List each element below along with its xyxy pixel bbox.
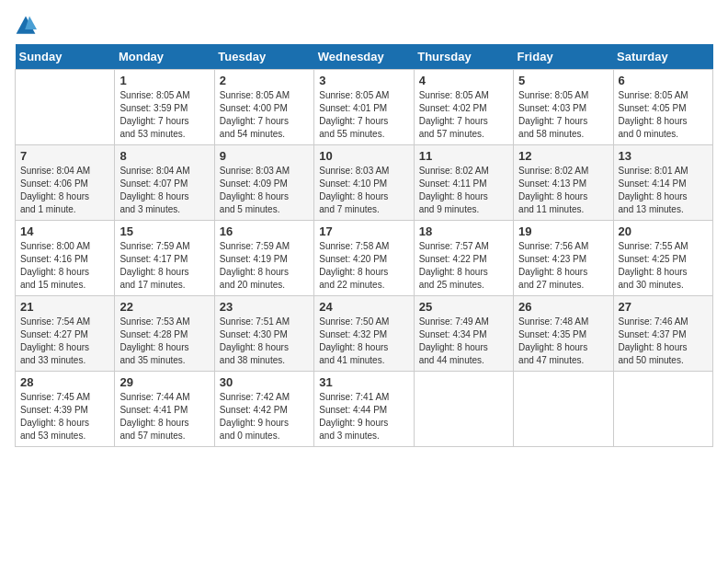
day-number: 27 — [619, 300, 708, 314]
week-row-1: 1Sunrise: 8:05 AM Sunset: 3:59 PM Daylig… — [16, 70, 713, 145]
day-cell: 5Sunrise: 8:05 AM Sunset: 4:03 PM Daylig… — [514, 70, 613, 145]
day-info: Sunrise: 7:53 AM Sunset: 4:28 PM Dayligh… — [119, 316, 209, 367]
day-number: 24 — [319, 300, 408, 314]
day-info: Sunrise: 7:54 AM Sunset: 4:27 PM Dayligh… — [20, 316, 109, 367]
day-cell: 4Sunrise: 8:05 AM Sunset: 4:02 PM Daylig… — [414, 70, 513, 145]
day-cell — [514, 372, 613, 447]
day-info: Sunrise: 8:05 AM Sunset: 4:01 PM Dayligh… — [319, 89, 408, 141]
day-number: 2 — [220, 74, 309, 87]
week-row-3: 14Sunrise: 8:00 AM Sunset: 4:16 PM Dayli… — [16, 221, 713, 296]
day-cell: 18Sunrise: 7:57 AM Sunset: 4:22 PM Dayli… — [414, 221, 513, 296]
day-cell: 23Sunrise: 7:51 AM Sunset: 4:30 PM Dayli… — [214, 296, 313, 372]
day-number: 26 — [518, 300, 608, 314]
day-number: 30 — [220, 375, 309, 389]
day-number: 16 — [220, 224, 309, 238]
day-info: Sunrise: 7:50 AM Sunset: 4:32 PM Dayligh… — [319, 316, 408, 367]
day-cell: 2Sunrise: 8:05 AM Sunset: 4:00 PM Daylig… — [214, 70, 313, 145]
day-info: Sunrise: 7:48 AM Sunset: 4:35 PM Dayligh… — [518, 316, 608, 367]
col-header-saturday: Saturday — [613, 44, 712, 70]
day-number: 3 — [319, 74, 408, 87]
day-number: 4 — [419, 74, 508, 87]
day-number: 18 — [419, 224, 508, 238]
day-info: Sunrise: 8:02 AM Sunset: 4:13 PM Dayligh… — [518, 165, 608, 216]
day-number: 6 — [619, 74, 708, 87]
day-info: Sunrise: 7:58 AM Sunset: 4:20 PM Dayligh… — [319, 240, 408, 292]
day-info: Sunrise: 8:03 AM Sunset: 4:09 PM Dayligh… — [220, 165, 309, 216]
day-info: Sunrise: 7:44 AM Sunset: 4:41 PM Dayligh… — [119, 391, 209, 442]
week-row-4: 21Sunrise: 7:54 AM Sunset: 4:27 PM Dayli… — [16, 296, 713, 372]
day-cell: 8Sunrise: 8:04 AM Sunset: 4:07 PM Daylig… — [115, 145, 214, 221]
day-number: 20 — [619, 224, 708, 238]
day-cell: 24Sunrise: 7:50 AM Sunset: 4:32 PM Dayli… — [314, 296, 414, 372]
week-row-2: 7Sunrise: 8:04 AM Sunset: 4:06 PM Daylig… — [16, 145, 713, 221]
day-info: Sunrise: 7:46 AM Sunset: 4:37 PM Dayligh… — [619, 316, 708, 367]
day-number: 7 — [20, 149, 109, 163]
day-cell: 16Sunrise: 7:59 AM Sunset: 4:19 PM Dayli… — [214, 221, 313, 296]
day-cell: 31Sunrise: 7:41 AM Sunset: 4:44 PM Dayli… — [314, 372, 414, 447]
day-info: Sunrise: 7:49 AM Sunset: 4:34 PM Dayligh… — [419, 316, 508, 367]
day-cell: 19Sunrise: 7:56 AM Sunset: 4:23 PM Dayli… — [514, 221, 613, 296]
day-info: Sunrise: 7:41 AM Sunset: 4:44 PM Dayligh… — [319, 391, 408, 442]
day-number: 21 — [20, 300, 109, 314]
day-info: Sunrise: 8:05 AM Sunset: 4:02 PM Dayligh… — [419, 89, 508, 141]
day-number: 22 — [119, 300, 209, 314]
day-info: Sunrise: 7:55 AM Sunset: 4:25 PM Dayligh… — [619, 240, 708, 292]
day-info: Sunrise: 7:59 AM Sunset: 4:19 PM Dayligh… — [220, 240, 309, 292]
day-cell: 21Sunrise: 7:54 AM Sunset: 4:27 PM Dayli… — [16, 296, 115, 372]
day-cell — [613, 372, 712, 447]
day-cell: 7Sunrise: 8:04 AM Sunset: 4:06 PM Daylig… — [16, 145, 115, 221]
day-number: 28 — [20, 375, 109, 389]
day-number: 15 — [119, 224, 209, 238]
col-header-friday: Friday — [514, 44, 613, 70]
day-number: 10 — [319, 149, 408, 163]
day-cell: 10Sunrise: 8:03 AM Sunset: 4:10 PM Dayli… — [314, 145, 414, 221]
header-row: SundayMondayTuesdayWednesdayThursdayFrid… — [16, 44, 713, 70]
day-number: 12 — [518, 149, 608, 163]
day-number: 1 — [119, 74, 209, 87]
day-cell: 30Sunrise: 7:42 AM Sunset: 4:42 PM Dayli… — [214, 372, 313, 447]
day-cell: 27Sunrise: 7:46 AM Sunset: 4:37 PM Dayli… — [613, 296, 712, 372]
day-info: Sunrise: 8:02 AM Sunset: 4:11 PM Dayligh… — [419, 165, 508, 216]
col-header-tuesday: Tuesday — [214, 44, 313, 70]
day-info: Sunrise: 7:51 AM Sunset: 4:30 PM Dayligh… — [220, 316, 309, 367]
day-info: Sunrise: 8:05 AM Sunset: 4:00 PM Dayligh… — [220, 89, 309, 141]
day-number: 9 — [220, 149, 309, 163]
day-cell: 17Sunrise: 7:58 AM Sunset: 4:20 PM Dayli… — [314, 221, 414, 296]
day-cell: 6Sunrise: 8:05 AM Sunset: 4:05 PM Daylig… — [613, 70, 712, 145]
day-info: Sunrise: 8:05 AM Sunset: 3:59 PM Dayligh… — [119, 89, 209, 141]
day-cell — [16, 70, 115, 145]
day-info: Sunrise: 8:04 AM Sunset: 4:06 PM Dayligh… — [20, 165, 109, 216]
day-info: Sunrise: 8:04 AM Sunset: 4:07 PM Dayligh… — [119, 165, 209, 216]
calendar-table: SundayMondayTuesdayWednesdayThursdayFrid… — [15, 44, 713, 447]
logo — [15, 15, 40, 37]
col-header-thursday: Thursday — [414, 44, 513, 70]
day-cell: 11Sunrise: 8:02 AM Sunset: 4:11 PM Dayli… — [414, 145, 513, 221]
col-header-monday: Monday — [115, 44, 214, 70]
day-number: 13 — [619, 149, 708, 163]
day-cell: 29Sunrise: 7:44 AM Sunset: 4:41 PM Dayli… — [115, 372, 214, 447]
day-cell: 3Sunrise: 8:05 AM Sunset: 4:01 PM Daylig… — [314, 70, 414, 145]
day-info: Sunrise: 7:59 AM Sunset: 4:17 PM Dayligh… — [119, 240, 209, 292]
logo-icon — [15, 15, 37, 37]
day-number: 19 — [518, 224, 608, 238]
day-info: Sunrise: 8:03 AM Sunset: 4:10 PM Dayligh… — [319, 165, 408, 216]
day-cell: 13Sunrise: 8:01 AM Sunset: 4:14 PM Dayli… — [613, 145, 712, 221]
day-number: 31 — [319, 375, 408, 389]
day-cell: 28Sunrise: 7:45 AM Sunset: 4:39 PM Dayli… — [16, 372, 115, 447]
day-cell: 22Sunrise: 7:53 AM Sunset: 4:28 PM Dayli… — [115, 296, 214, 372]
day-cell: 14Sunrise: 8:00 AM Sunset: 4:16 PM Dayli… — [16, 221, 115, 296]
day-number: 8 — [119, 149, 209, 163]
day-info: Sunrise: 8:01 AM Sunset: 4:14 PM Dayligh… — [619, 165, 708, 216]
day-number: 5 — [518, 74, 608, 87]
day-cell: 12Sunrise: 8:02 AM Sunset: 4:13 PM Dayli… — [514, 145, 613, 221]
day-number: 23 — [220, 300, 309, 314]
day-info: Sunrise: 7:42 AM Sunset: 4:42 PM Dayligh… — [220, 391, 309, 442]
day-cell: 20Sunrise: 7:55 AM Sunset: 4:25 PM Dayli… — [613, 221, 712, 296]
col-header-sunday: Sunday — [16, 44, 115, 70]
day-info: Sunrise: 7:45 AM Sunset: 4:39 PM Dayligh… — [20, 391, 109, 442]
day-cell: 25Sunrise: 7:49 AM Sunset: 4:34 PM Dayli… — [414, 296, 513, 372]
day-cell: 15Sunrise: 7:59 AM Sunset: 4:17 PM Dayli… — [115, 221, 214, 296]
day-info: Sunrise: 7:57 AM Sunset: 4:22 PM Dayligh… — [419, 240, 508, 292]
col-header-wednesday: Wednesday — [314, 44, 414, 70]
day-info: Sunrise: 8:05 AM Sunset: 4:05 PM Dayligh… — [619, 89, 708, 141]
